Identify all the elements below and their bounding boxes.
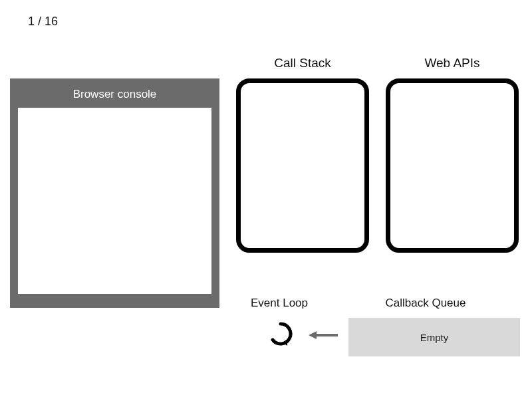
call-stack-box (236, 78, 369, 253)
step-total: 16 (45, 15, 58, 28)
callback-queue-state: Empty (420, 332, 449, 343)
browser-console-panel: Browser console (10, 78, 219, 308)
callback-queue-box: Empty (348, 318, 520, 356)
call-stack-title: Call Stack (236, 56, 369, 70)
browser-console-title: Browser console (10, 78, 219, 108)
svg-marker-2 (309, 331, 317, 339)
loop-icon (267, 321, 294, 347)
step-counter: 1 / 16 (28, 15, 58, 29)
web-apis-title: Web APIs (386, 56, 519, 70)
callback-queue-title: Callback Queue (352, 297, 499, 310)
step-current: 1 (28, 15, 35, 28)
step-separator: / (35, 15, 45, 28)
arrow-left-icon (307, 329, 339, 341)
browser-console-body (18, 108, 211, 294)
event-loop-title: Event Loop (236, 297, 323, 310)
web-apis-box (386, 78, 519, 253)
